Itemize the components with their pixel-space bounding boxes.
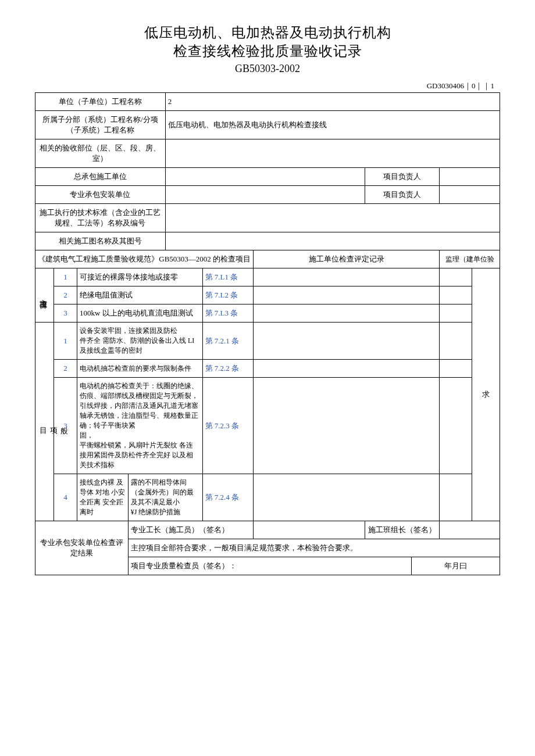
supervisor-cell bbox=[440, 474, 472, 521]
extra-col: 求 bbox=[472, 268, 500, 521]
general-item-num: 1 bbox=[54, 323, 77, 360]
drawings-value bbox=[165, 232, 500, 250]
supervisor-cell bbox=[440, 286, 472, 304]
footer-section-label: 专业承包安装单位检查评定结果 bbox=[35, 521, 129, 575]
team-leader-sign bbox=[440, 521, 500, 539]
conclusion-text: 主控项目全部符合要求，一般项目满足规范要求，本检验符合要求。 bbox=[128, 539, 500, 557]
pm-value-1 bbox=[440, 168, 500, 186]
tech-std-value bbox=[165, 204, 500, 232]
accept-location-label: 相关的验收部位（层、区、段、房、室） bbox=[35, 139, 166, 168]
title-line-2: 检查接线检验批质量验收记录 bbox=[35, 42, 500, 60]
inspection-table: 单位（子单位）工程名称 2 所属子分部（系统）工程名称/分项（子系统）工程名称 … bbox=[35, 92, 500, 575]
unit-project-label: 单位（子单位）工程名称 bbox=[35, 93, 166, 111]
tech-std-label: 施工执行的技术标准（含企业的工艺规程、工法等）名称及编号 bbox=[35, 204, 166, 232]
foreman-label: 专业工长（施工员）（签名） bbox=[128, 521, 254, 539]
document-code: GD3030406｜0｜｜1 bbox=[35, 81, 500, 91]
unit-project-value: 2 bbox=[165, 93, 500, 111]
accept-location-value bbox=[165, 139, 500, 168]
subcontractor-value bbox=[165, 186, 365, 204]
general-item-ref: 第 7.2.3 条 bbox=[202, 378, 254, 474]
supervisor-cell bbox=[440, 304, 472, 323]
main-item-ref: 第 7.L1 条 bbox=[202, 268, 254, 286]
pm-value-2 bbox=[440, 186, 500, 204]
record-cell bbox=[254, 286, 440, 304]
team-leader-label: 施工班组长（签名） bbox=[365, 521, 440, 539]
main-group-label: 主控项目 bbox=[35, 268, 54, 323]
standard-code: GB50303-2002 bbox=[35, 63, 500, 75]
qc-label: 项目专业质量检查员（签名）： bbox=[128, 557, 411, 575]
contractor-value bbox=[165, 168, 365, 186]
general-item-desc-a: 接线盒内裸 及导体 对地 小安全距离 安全距离时 bbox=[77, 474, 128, 521]
main-item-num: 2 bbox=[54, 286, 77, 304]
general-item-ref: 第 7.2.4 条 bbox=[202, 474, 254, 521]
general-item-ref: 第 7.2.2 条 bbox=[202, 360, 254, 378]
record-cell bbox=[254, 323, 440, 360]
record-cell bbox=[254, 304, 440, 323]
drawings-label: 相关施工图名称及其图号 bbox=[35, 232, 166, 250]
contractor-label: 总承包施工单位 bbox=[35, 168, 166, 186]
check-items-header: 《建筑电气工程施工质量验收规范》GB50303—2002 的检查项目 bbox=[35, 250, 254, 268]
record-cell bbox=[254, 360, 440, 378]
supervisor-cell bbox=[440, 378, 472, 474]
main-item-desc: 100kw 以上的电动机直流电阻测试 bbox=[77, 304, 202, 323]
pm-label-2: 项目负责人 bbox=[365, 186, 440, 204]
record-header: 施工单位检查评定记录 bbox=[254, 250, 440, 268]
supervisor-cell bbox=[440, 323, 472, 360]
main-item-num: 1 bbox=[54, 268, 77, 286]
general-item-desc: 电动机的抽芯检查关于：线圈的绝缘、伤痕、端部绑线及槽楔固定与无断裂，引线焊接，内… bbox=[77, 378, 202, 474]
general-item-desc-b: 露的不同相导体间（金属外壳）间的最及其不满足最小 ¥J 绝缘防护措施 bbox=[128, 474, 202, 521]
sub-project-value: 低压电动机、电加热器及电动执行机构检查接线 bbox=[165, 111, 500, 139]
document-title: 低压电动机、电加热器及电动执行机构 检查接线检验批质量验收记录 GB50303-… bbox=[35, 23, 500, 75]
foreman-sign bbox=[254, 521, 365, 539]
record-cell bbox=[254, 378, 440, 474]
supervisor-header: 监理（建单位验 bbox=[440, 250, 500, 268]
sub-project-label: 所属子分部（系统）工程名称/分项（子系统）工程名称 bbox=[35, 111, 166, 139]
general-item-num: 3 bbox=[54, 378, 77, 474]
main-item-ref: 第 7.L2 条 bbox=[202, 286, 254, 304]
record-cell bbox=[254, 474, 440, 521]
pm-label-1: 项目负责人 bbox=[365, 168, 440, 186]
supervisor-cell bbox=[440, 268, 472, 286]
subcontractor-label: 专业承包安装单位 bbox=[35, 186, 166, 204]
main-item-desc: 可接近的裸露导体接地或接零 bbox=[77, 268, 202, 286]
main-item-num: 3 bbox=[54, 304, 77, 323]
supervisor-cell bbox=[440, 360, 472, 378]
main-item-ref: 第 7.L3 条 bbox=[202, 304, 254, 323]
title-line-1: 低压电动机、电加热器及电动执行机构 bbox=[35, 23, 500, 42]
general-group-label: 般 项 目 bbox=[35, 323, 54, 521]
general-item-num: 4 bbox=[54, 474, 77, 521]
general-item-desc: 设备安装牢固，连接紧固及防松 件齐全 需防水、防潮的设备出入线 LI 及接线盒盖… bbox=[77, 323, 202, 360]
general-item-num: 2 bbox=[54, 360, 77, 378]
general-item-ref: 第 7.2.1 条 bbox=[202, 323, 254, 360]
date-label: 年月曰 bbox=[412, 557, 500, 575]
record-cell bbox=[254, 268, 440, 286]
general-item-desc: 电动机抽芯检查前的要求与限制条件 bbox=[77, 360, 202, 378]
main-item-desc: 绝缘电阻值测试 bbox=[77, 286, 202, 304]
